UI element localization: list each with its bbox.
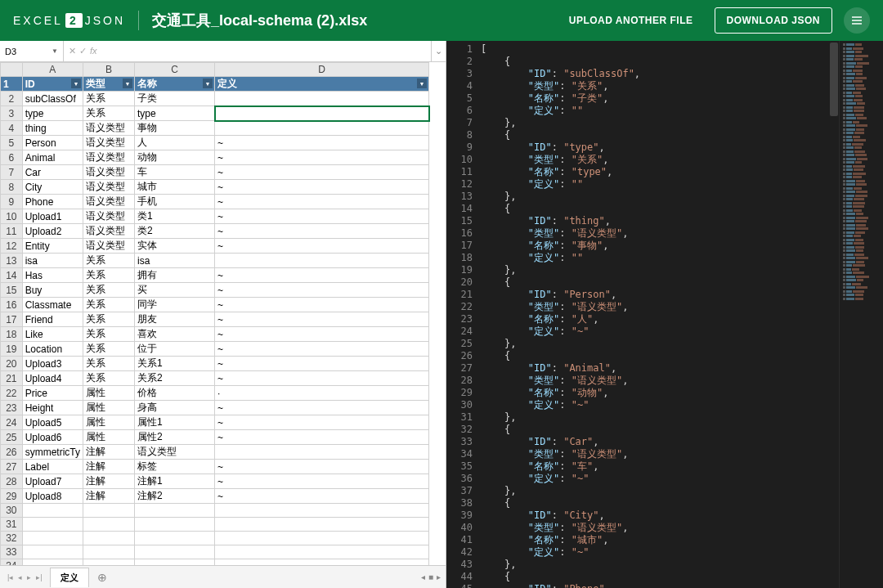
cell[interactable]: Height	[22, 401, 83, 415]
cell[interactable]: 标签	[135, 460, 215, 474]
row-header[interactable]: 31	[1, 518, 23, 532]
cell[interactable]	[215, 121, 429, 136]
cell[interactable]	[215, 445, 429, 460]
cell[interactable]: 动物	[135, 150, 215, 165]
cell[interactable]: 实体	[135, 239, 215, 254]
cell[interactable]: 语义类型	[83, 180, 135, 195]
row-header[interactable]: 33	[1, 545, 23, 559]
cell[interactable]: ~	[215, 460, 429, 474]
cell[interactable]: ~	[215, 489, 429, 504]
cell[interactable]	[83, 504, 135, 518]
cell[interactable]: 语义类型	[83, 209, 135, 224]
cell[interactable]: 关系	[83, 268, 135, 283]
cell[interactable]	[215, 106, 429, 121]
cell[interactable]: ·	[215, 386, 429, 401]
cell[interactable]: 语义类型	[83, 165, 135, 180]
filter-dropdown-icon[interactable]: ▼	[203, 79, 213, 88]
table-column-header[interactable]: 定义▼	[215, 77, 429, 92]
col-header[interactable]: C	[135, 63, 215, 77]
cell[interactable]: Upload8	[22, 489, 83, 504]
cell[interactable]: 类1	[135, 209, 215, 224]
cell[interactable]: 语义类型	[83, 195, 135, 209]
row-header[interactable]: 2	[1, 92, 23, 106]
cell[interactable]: Upload5	[22, 415, 83, 430]
download-json-button[interactable]: DOWNLOAD JSON	[715, 7, 833, 34]
cell[interactable]: Label	[22, 460, 83, 474]
row-header[interactable]: 3	[1, 106, 23, 121]
cell[interactable]: symmetricTy	[22, 445, 83, 460]
cell[interactable]: 语义类型	[83, 121, 135, 136]
cell[interactable]: 属性	[83, 415, 135, 430]
cell[interactable]: Upload4	[22, 371, 83, 386]
cell[interactable]: 语义类型	[135, 445, 215, 460]
cell[interactable]: ~	[215, 342, 429, 357]
cell[interactable]: thing	[22, 121, 83, 136]
row-header[interactable]: 30	[1, 504, 23, 518]
cell[interactable]	[83, 518, 135, 532]
scrollbar-thumb[interactable]	[830, 43, 838, 116]
cell[interactable]: Car	[22, 165, 83, 180]
cell[interactable]: 关系	[83, 357, 135, 371]
cell[interactable]: 朋友	[135, 312, 215, 327]
row-header[interactable]: 19	[1, 342, 23, 357]
cell[interactable]: Friend	[22, 312, 83, 327]
cell[interactable]: 属性	[83, 386, 135, 401]
cell[interactable]: 身高	[135, 401, 215, 415]
cell[interactable]: type	[22, 106, 83, 121]
cell[interactable]	[135, 559, 215, 566]
scrollbar[interactable]	[829, 41, 839, 588]
cell[interactable]: 关系	[83, 106, 135, 121]
table-column-header[interactable]: ID▼	[22, 77, 83, 92]
cell[interactable]	[83, 532, 135, 545]
cell[interactable]	[22, 559, 83, 566]
row-header[interactable]: 6	[1, 150, 23, 165]
row-header[interactable]: 25	[1, 430, 23, 445]
cell[interactable]: 城市	[135, 180, 215, 195]
cell[interactable]: ~	[215, 136, 429, 150]
cell[interactable]: Has	[22, 268, 83, 283]
cell[interactable]: Upload6	[22, 430, 83, 445]
row-header[interactable]: 20	[1, 357, 23, 371]
cell[interactable]: 注解1	[135, 474, 215, 489]
cell[interactable]	[215, 532, 429, 545]
cell[interactable]: ~	[215, 268, 429, 283]
row-header[interactable]: 11	[1, 224, 23, 239]
cell[interactable]	[135, 518, 215, 532]
scroll-right-icon[interactable]: ▸	[437, 572, 441, 581]
row-header[interactable]: 32	[1, 532, 23, 545]
row-header[interactable]: 14	[1, 268, 23, 283]
cell[interactable]: 关系	[83, 254, 135, 268]
cell[interactable]: Entity	[22, 239, 83, 254]
spreadsheet-grid[interactable]: ABCD1ID▼类型▼名称▼定义▼2subClassOf关系子类3type关系t…	[0, 62, 446, 565]
cell[interactable]: 语义类型	[83, 239, 135, 254]
cell[interactable]: Location	[22, 342, 83, 357]
cell[interactable]: 同学	[135, 298, 215, 312]
cell[interactable]: Person	[22, 136, 83, 150]
cell[interactable]	[83, 559, 135, 566]
cell[interactable]: Upload2	[22, 224, 83, 239]
cell[interactable]: 位于	[135, 342, 215, 357]
cell[interactable]: 注解	[83, 460, 135, 474]
tab-nav-first[interactable]: |◂	[5, 573, 16, 581]
cell[interactable]: 关系	[83, 92, 135, 106]
cell[interactable]: 关系	[83, 342, 135, 357]
cell[interactable]: 语义类型	[83, 150, 135, 165]
cell[interactable]: ~	[215, 430, 429, 445]
cell[interactable]: 买	[135, 283, 215, 298]
cell[interactable]: isa	[135, 254, 215, 268]
cell[interactable]	[215, 559, 429, 566]
col-header[interactable]: A	[22, 63, 83, 77]
cell[interactable]	[215, 518, 429, 532]
cell[interactable]: 属性1	[135, 415, 215, 430]
formula-expand-icon[interactable]: ⌄	[431, 41, 446, 61]
row-header[interactable]: 22	[1, 386, 23, 401]
cell[interactable]: ~	[215, 474, 429, 489]
row-header[interactable]: 8	[1, 180, 23, 195]
cell[interactable]	[215, 504, 429, 518]
cell[interactable]: ~	[215, 401, 429, 415]
cell[interactable]	[135, 504, 215, 518]
tab-nav-prev[interactable]: ◂	[16, 573, 25, 581]
cell[interactable]: Price	[22, 386, 83, 401]
cell[interactable]: 拥有	[135, 268, 215, 283]
json-code[interactable]: [ { "ID": "subClassOf", "类型": "关系", "名称"…	[481, 41, 839, 588]
